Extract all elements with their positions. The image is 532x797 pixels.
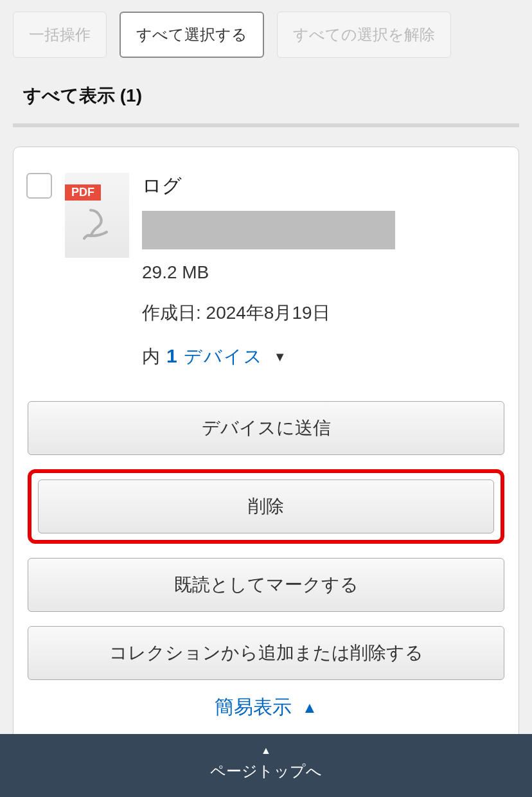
- select-all-tab[interactable]: すべて選択する: [120, 12, 264, 58]
- chevron-down-icon: ▼: [274, 350, 287, 364]
- device-label: デバイス: [184, 345, 263, 369]
- item-size: 29.2 MB: [142, 262, 506, 283]
- send-to-device-button[interactable]: デバイスに送信: [28, 401, 504, 455]
- simple-view-toggle[interactable]: 簡易表示 ▲: [26, 694, 506, 721]
- bulk-action-tab: 一括操作: [13, 12, 107, 58]
- document-card: PDF ログ 29.2 MB 作成日: 2024年8月19日 内 1 デバイス …: [13, 147, 519, 740]
- item-title: ログ: [142, 173, 506, 199]
- simple-view-label: 簡易表示: [215, 694, 292, 721]
- delete-button[interactable]: 削除: [38, 479, 494, 533]
- redacted-bar: [142, 211, 395, 249]
- device-count: 1: [166, 345, 177, 367]
- pdf-file-icon: [78, 205, 116, 244]
- delete-highlight: 削除: [28, 469, 504, 544]
- device-prefix: 内: [142, 345, 160, 369]
- collection-button[interactable]: コレクションから追加または削除する: [28, 626, 504, 680]
- page-top-footer[interactable]: ▲ ページトップへ: [0, 734, 532, 797]
- divider: [13, 123, 519, 127]
- item-date: 作成日: 2024年8月19日: [142, 301, 506, 325]
- device-dropdown[interactable]: 内 1 デバイス ▼: [142, 345, 506, 369]
- item-checkbox[interactable]: [26, 173, 52, 199]
- pdf-badge: PDF: [65, 184, 101, 201]
- pdf-thumbnail: PDF: [65, 173, 129, 258]
- deselect-all-tab: すべての選択を解除: [277, 12, 451, 58]
- caret-up-icon: ▲: [0, 746, 532, 756]
- list-header: すべて表示 (1): [13, 77, 519, 123]
- chevron-up-icon: ▲: [302, 699, 317, 717]
- page-top-label: ページトップへ: [0, 761, 532, 782]
- mark-read-button[interactable]: 既読としてマークする: [28, 558, 504, 612]
